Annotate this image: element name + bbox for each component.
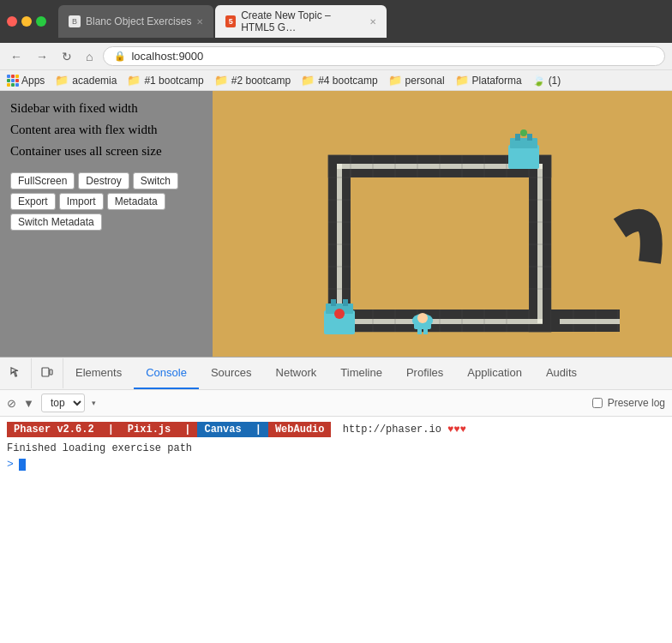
tab-1[interactable]: B Blanc Object Exercises ✕ xyxy=(58,5,213,38)
folder-icon: 📁 xyxy=(455,74,469,87)
address-text: localhost:9000 xyxy=(131,50,203,63)
bookmark-plataforma-label: Plataforma xyxy=(472,75,522,87)
filter-icon[interactable]: ▼ xyxy=(23,397,34,410)
svg-rect-37 xyxy=(351,177,529,309)
switch-button[interactable]: Switch xyxy=(133,172,178,189)
banner-url: http://phaser.io xyxy=(343,424,441,436)
leaf-icon: 🍃 xyxy=(532,75,545,87)
tab-1-title: Blanc Object Exercises xyxy=(86,15,191,27)
banner-sep-1: | xyxy=(101,422,121,437)
maximize-button[interactable] xyxy=(36,16,46,27)
tab-timeline[interactable]: Timeline xyxy=(328,358,394,389)
address-bar: ← → ↻ ⌂ 🔒 localhost:9000 xyxy=(0,43,672,70)
device-mode-button[interactable] xyxy=(32,358,63,388)
metadata-button[interactable]: Metadata xyxy=(107,193,165,210)
filter-bar: ⊘ ▼ top ▾ Preserve log xyxy=(0,390,672,417)
sidebar: Sidebar with fixed width Content area wi… xyxy=(0,91,213,357)
tab-2-title: Create New Topic – HTML5 G… xyxy=(241,9,364,33)
minimize-button[interactable] xyxy=(21,16,32,27)
apps-grid-icon xyxy=(7,75,19,87)
bookmark-bootcamp1[interactable]: 📁 #1 bootcamp xyxy=(127,74,203,87)
svg-rect-8 xyxy=(537,164,543,323)
tab-2-close[interactable]: ✕ xyxy=(369,17,376,27)
no-entry-icon[interactable]: ⊘ xyxy=(7,397,16,410)
switch-metadata-button[interactable]: Switch Metadata xyxy=(10,213,102,231)
bookmark-personal[interactable]: 📁 personal xyxy=(388,74,445,87)
svg-rect-40 xyxy=(515,134,520,141)
tab-audits[interactable]: Audits xyxy=(534,358,589,389)
reload-button[interactable]: ↻ xyxy=(58,48,75,65)
back-button[interactable]: ← xyxy=(7,48,26,65)
export-button[interactable]: Export xyxy=(10,193,56,210)
main-content: Sidebar with fixed width Content area wi… xyxy=(0,91,672,357)
preserve-log-checkbox[interactable] xyxy=(592,398,603,408)
phaser-banner: Phaser v2.6.2 | Pixi.js | Canvas | WebAu… xyxy=(7,422,331,437)
svg-rect-39 xyxy=(510,138,537,148)
svg-rect-52 xyxy=(423,328,428,334)
tab-profiles[interactable]: Profiles xyxy=(394,358,455,389)
tab-elements[interactable]: Elements xyxy=(63,358,134,389)
bookmark-apps[interactable]: Apps xyxy=(7,75,45,87)
preserve-log-area: Preserve log xyxy=(592,397,665,409)
console-prompt[interactable]: > xyxy=(7,458,665,471)
folder-icon: 📁 xyxy=(388,74,402,87)
tab-1-close[interactable]: ✕ xyxy=(196,17,203,27)
fullscreen-button[interactable]: FullScreen xyxy=(10,172,75,189)
destroy-button[interactable]: Destroy xyxy=(78,172,129,189)
sidebar-text-1: Sidebar with fixed width xyxy=(10,101,202,116)
console-output: Phaser v2.6.2 | Pixi.js | Canvas | WebAu… xyxy=(0,417,672,622)
lock-icon: 🔒 xyxy=(114,51,126,62)
forward-button[interactable]: → xyxy=(33,48,51,65)
folder-icon: 📁 xyxy=(214,74,228,87)
banner-sep-2: | xyxy=(177,422,197,437)
tab-application[interactable]: Application xyxy=(455,358,534,389)
inspect-element-button[interactable] xyxy=(0,358,32,388)
tab-network[interactable]: Network xyxy=(264,358,329,389)
bookmark-bootcamp2[interactable]: 📁 #2 bootcamp xyxy=(214,74,291,87)
banner-hearts: ♥♥♥ xyxy=(447,424,466,436)
bookmark-personal-label: personal xyxy=(405,75,445,87)
svg-rect-38 xyxy=(508,145,539,169)
browser-window: B Blanc Object Exercises ✕ 5 Create New … xyxy=(0,0,672,622)
svg-rect-46 xyxy=(343,299,348,306)
bookmark-leaf[interactable]: 🍃 (1) xyxy=(532,75,561,87)
sidebar-text-2: Content area with flex width xyxy=(10,123,202,137)
svg-rect-45 xyxy=(331,299,336,306)
svg-rect-59 xyxy=(50,370,52,375)
svg-point-50 xyxy=(417,313,428,323)
svg-rect-57 xyxy=(560,319,620,324)
preserve-log-label: Preserve log xyxy=(608,397,665,409)
tab-console[interactable]: Console xyxy=(134,358,199,389)
sidebar-text-3: Container uses all screen size xyxy=(10,144,202,159)
bookmark-bootcamp4[interactable]: 📁 #4 bootcamp xyxy=(301,74,377,87)
home-button[interactable]: ⌂ xyxy=(82,48,96,65)
svg-rect-58 xyxy=(42,368,49,376)
banner-phaser: Phaser v2.6.2 xyxy=(7,422,101,437)
devtools-tabs: Elements Console Sources Network Timelin… xyxy=(63,358,589,389)
bookmark-plataforma[interactable]: 📁 Plataforma xyxy=(455,74,522,87)
svg-rect-41 xyxy=(527,134,532,141)
tab-2[interactable]: 5 Create New Topic – HTML5 G… ✕ xyxy=(215,5,387,38)
bookmark-leaf-label: (1) xyxy=(549,75,561,87)
tab-sources[interactable]: Sources xyxy=(199,358,264,389)
banner-canvas: Canvas xyxy=(197,422,248,437)
title-bar: B Blanc Object Exercises ✕ 5 Create New … xyxy=(0,0,672,43)
phaser-banner-line: Phaser v2.6.2 | Pixi.js | Canvas | WebAu… xyxy=(7,422,665,441)
console-arrow: > xyxy=(7,458,14,471)
folder-icon: 📁 xyxy=(127,74,141,87)
bookmark-academia[interactable]: 📁 academia xyxy=(55,74,117,87)
context-selector[interactable]: top xyxy=(41,394,85,412)
svg-rect-7 xyxy=(337,164,342,323)
tab-bar: B Blanc Object Exercises ✕ 5 Create New … xyxy=(58,5,387,38)
close-button[interactable] xyxy=(7,16,17,27)
import-button[interactable]: Import xyxy=(59,193,104,210)
game-svg xyxy=(213,91,672,357)
banner-webaudio: WebAudio xyxy=(268,422,332,437)
tab-page-icon: B xyxy=(69,15,81,27)
svg-rect-51 xyxy=(417,328,422,334)
bookmarks-bar: Apps 📁 academia 📁 #1 bootcamp 📁 #2 bootc… xyxy=(0,70,672,91)
bookmark-bootcamp2-label: #2 bootcamp xyxy=(231,75,291,87)
address-input[interactable]: 🔒 localhost:9000 xyxy=(103,46,665,66)
bookmark-bootcamp4-label: #4 bootcamp xyxy=(318,75,377,87)
banner-pixi: Pixi.js xyxy=(121,422,177,437)
